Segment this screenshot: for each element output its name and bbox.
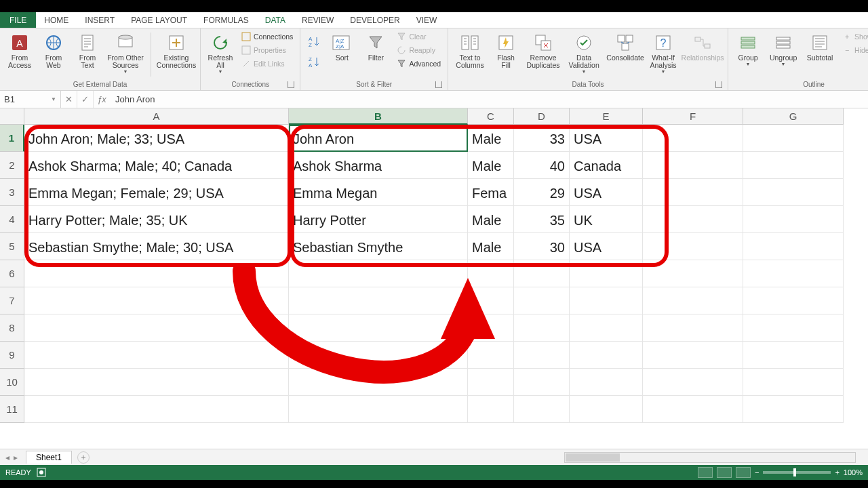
from-other-sources-button[interactable]: From Other Sources ▼ <box>106 30 145 74</box>
tab-file[interactable]: FILE <box>0 12 36 28</box>
cell-C3[interactable]: Fema <box>468 179 514 206</box>
column-header-A[interactable]: A <box>24 108 289 125</box>
filter-button[interactable]: Filter <box>360 30 391 62</box>
ungroup-button[interactable]: Ungroup ▼ <box>766 30 800 66</box>
cell-E1[interactable]: USA <box>570 125 643 152</box>
row-header-6[interactable]: 6 <box>0 260 24 287</box>
cell-A9[interactable] <box>24 342 289 369</box>
cell-B10[interactable] <box>289 369 468 396</box>
cell-B6[interactable] <box>289 260 468 287</box>
row-header-11[interactable]: 11 <box>0 396 24 423</box>
zoom-slider[interactable] <box>763 471 831 474</box>
cell-C8[interactable] <box>468 314 514 342</box>
row-header-10[interactable]: 10 <box>0 369 24 396</box>
cell-C4[interactable]: Male <box>468 206 514 233</box>
cell-E6[interactable] <box>570 260 643 287</box>
clear-filter-button[interactable]: Clear <box>394 30 443 43</box>
cell-B5[interactable]: Sebastian Smythe <box>289 233 468 260</box>
cell-F11[interactable] <box>643 396 743 423</box>
cell-B9[interactable] <box>289 342 468 369</box>
tab-formulas[interactable]: FORMULAS <box>195 12 257 28</box>
tab-view[interactable]: VIEW <box>408 12 446 28</box>
cell-G9[interactable] <box>743 342 844 369</box>
cell-G4[interactable] <box>743 206 844 233</box>
cell-C2[interactable]: Male <box>468 152 514 179</box>
cell-C1[interactable]: Male <box>468 125 514 152</box>
formula-input[interactable]: John Aron <box>110 94 868 104</box>
cell-F1[interactable] <box>643 125 743 152</box>
cell-C7[interactable] <box>468 287 514 314</box>
cell-F9[interactable] <box>643 342 743 369</box>
cell-B3[interactable]: Emma Megan <box>289 179 468 206</box>
reapply-button[interactable]: Reapply <box>394 43 443 57</box>
cell-A11[interactable] <box>24 396 289 423</box>
row-header-7[interactable]: 7 <box>0 287 24 314</box>
column-header-B[interactable]: B <box>289 108 468 125</box>
cell-B11[interactable] <box>289 396 468 423</box>
cell-F7[interactable] <box>643 287 743 314</box>
cell-D7[interactable] <box>514 287 570 314</box>
cell-B8[interactable] <box>289 314 468 342</box>
cell-F10[interactable] <box>643 369 743 396</box>
row-header-3[interactable]: 3 <box>0 179 24 206</box>
tab-review[interactable]: REVIEW <box>294 12 342 28</box>
refresh-all-button[interactable]: Refresh All ▼ <box>205 30 236 74</box>
cell-D5[interactable]: 30 <box>514 233 570 260</box>
cell-F2[interactable] <box>643 152 743 179</box>
from-web-button[interactable]: From Web <box>38 30 69 69</box>
column-header-D[interactable]: D <box>514 108 570 125</box>
column-header-G[interactable]: G <box>743 108 844 125</box>
cell-A6[interactable] <box>24 260 289 287</box>
cell-G5[interactable] <box>743 233 844 260</box>
cell-D11[interactable] <box>514 396 570 423</box>
existing-connections-button[interactable]: Existing Connections <box>157 30 196 69</box>
show-detail-button[interactable]: +Show Detail <box>840 30 868 43</box>
row-header-4[interactable]: 4 <box>0 206 24 233</box>
cell-E9[interactable] <box>570 342 643 369</box>
what-if-button[interactable]: ? What-If Analysis ▼ <box>648 30 679 74</box>
cell-A1[interactable]: John Aron; Male; 33; USA <box>24 125 289 152</box>
cell-E10[interactable] <box>570 369 643 396</box>
cell-G1[interactable] <box>743 125 844 152</box>
sheet-tab-sheet1[interactable]: Sheet1 <box>26 451 72 464</box>
edit-links-button[interactable]: Edit Links <box>239 57 296 70</box>
row-header-2[interactable]: 2 <box>0 152 24 179</box>
cell-F6[interactable] <box>643 260 743 287</box>
zoom-level[interactable]: 100% <box>844 468 863 476</box>
from-text-button[interactable]: From Text <box>72 30 103 69</box>
row-header-1[interactable]: 1 <box>0 125 24 152</box>
remove-duplicates-button[interactable]: Remove Duplicates <box>524 30 562 69</box>
cell-B7[interactable] <box>289 287 468 314</box>
group-button[interactable]: Group ▼ <box>732 30 764 66</box>
data-validation-button[interactable]: Data Validation ▼ <box>565 30 603 74</box>
cell-D8[interactable] <box>514 314 570 342</box>
row-header-9[interactable]: 9 <box>0 342 24 369</box>
cell-A5[interactable]: Sebastian Smythe; Male; 30; USA <box>24 233 289 260</box>
cell-G10[interactable] <box>743 369 844 396</box>
enter-formula-button[interactable]: ✓ <box>77 91 94 108</box>
cell-G6[interactable] <box>743 260 844 287</box>
new-sheet-button[interactable]: + <box>77 451 90 464</box>
cell-G3[interactable] <box>743 179 844 206</box>
view-page-layout-button[interactable] <box>717 467 732 478</box>
cell-A3[interactable]: Emma Megan; Female; 29; USA <box>24 179 289 206</box>
cell-G8[interactable] <box>743 314 844 342</box>
cell-E8[interactable] <box>570 314 643 342</box>
sort-asc-button[interactable]: AZ <box>304 33 323 50</box>
cell-C10[interactable] <box>468 369 514 396</box>
cancel-formula-button[interactable]: ✕ <box>61 91 77 108</box>
flash-fill-button[interactable]: Flash Fill <box>490 30 521 69</box>
tab-data[interactable]: DATA <box>257 12 294 28</box>
tab-insert[interactable]: INSERT <box>77 12 123 28</box>
cell-D3[interactable]: 29 <box>514 179 570 206</box>
cell-A4[interactable]: Harry Potter; Male; 35; UK <box>24 206 289 233</box>
from-access-button[interactable]: A From Access <box>4 30 35 69</box>
text-to-columns-button[interactable]: Text to Columns <box>452 30 488 69</box>
cell-A8[interactable] <box>24 314 289 342</box>
cell-G11[interactable] <box>743 396 844 423</box>
name-box[interactable]: B1▼ <box>0 91 61 108</box>
cell-E3[interactable]: USA <box>570 179 643 206</box>
worksheet-grid[interactable]: ABCDEFG 1234567891011 John Aron; Male; 3… <box>0 108 868 449</box>
cell-D2[interactable]: 40 <box>514 152 570 179</box>
view-page-break-button[interactable] <box>736 467 751 478</box>
